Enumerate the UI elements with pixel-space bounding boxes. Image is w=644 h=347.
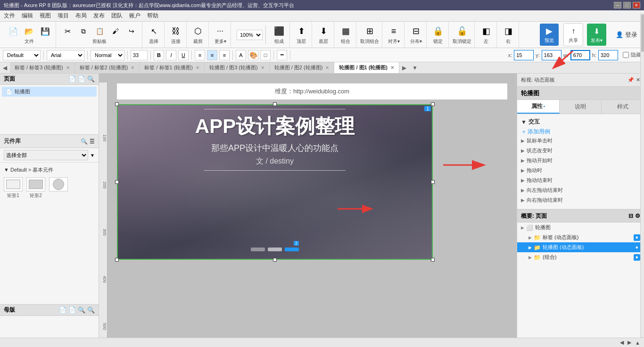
- italic-button[interactable]: I: [166, 50, 176, 60]
- wl-search-icon[interactable]: 🔍: [81, 138, 88, 145]
- tab-6-close[interactable]: ✕: [390, 65, 394, 70]
- search-master-button[interactable]: 🔍: [78, 306, 85, 314]
- add-master-button[interactable]: 📄: [59, 306, 66, 314]
- rp-tab-style[interactable]: 样式: [602, 100, 644, 114]
- tab-2[interactable]: 标签 / 标签2 (轮播图) ✕: [75, 62, 140, 74]
- style-preset-select[interactable]: Default: [3, 50, 41, 60]
- sel-handle-tr[interactable]: [431, 102, 435, 106]
- add-page-button[interactable]: 📄: [68, 75, 76, 83]
- layer-button[interactable]: ⬇: [316, 25, 331, 38]
- open-button[interactable]: 📂: [22, 25, 37, 38]
- tab-1-close[interactable]: ✕: [66, 65, 70, 70]
- menu-item-team[interactable]: 团队: [111, 12, 123, 20]
- overview-settings-button[interactable]: ⚙: [635, 213, 640, 219]
- publish-button[interactable]: ⬇ 发布▾: [587, 24, 606, 46]
- rp-tab-notes[interactable]: 说明: [560, 100, 602, 114]
- bold-button[interactable]: B: [154, 50, 164, 60]
- search-page-button[interactable]: 🔍: [87, 75, 95, 83]
- sel-handle-br[interactable]: [431, 258, 435, 262]
- status-back-button[interactable]: ◀: [620, 339, 624, 346]
- duplicate-master-button[interactable]: 📄: [68, 306, 76, 314]
- status-forward-button[interactable]: ▶: [627, 339, 631, 346]
- border-width-button[interactable]: ━: [277, 50, 287, 60]
- menu-item-edit[interactable]: 编辑: [22, 12, 33, 20]
- tab-4-close[interactable]: ✕: [261, 65, 264, 70]
- carousel-widget[interactable]: 1 APP设计案例整理 那些APP设计中温暖人心的功能点 文 / destiny: [117, 104, 433, 260]
- sel-handle-tm[interactable]: [273, 102, 277, 106]
- tab-3[interactable]: 标签 / 标签1 (轮播图) ✕: [140, 62, 205, 74]
- fill-color-button[interactable]: 🎨: [248, 50, 258, 60]
- menu-item-account[interactable]: 账户: [129, 12, 140, 20]
- align-right-button[interactable]: ≡: [219, 50, 230, 60]
- interaction-item-click[interactable]: ▶ 鼠标单击时: [521, 136, 640, 146]
- hide-checkbox[interactable]: [623, 52, 629, 58]
- lock-button[interactable]: 🔒: [430, 25, 446, 38]
- share-button[interactable]: ↑ 共享: [563, 23, 583, 46]
- interactions-collapse-arrow[interactable]: ▼: [521, 119, 527, 125]
- menu-item-view[interactable]: 视图: [40, 12, 51, 20]
- components-button[interactable]: ⬛: [272, 25, 287, 38]
- login-button[interactable]: 👤 登录: [612, 29, 641, 41]
- top-button[interactable]: ⬆: [294, 25, 309, 38]
- rp-pin-icon[interactable]: 📌: [627, 77, 634, 83]
- border-color-button[interactable]: □: [260, 50, 271, 60]
- format-painter-button[interactable]: 🖌: [108, 25, 123, 38]
- tab-6[interactable]: 轮播图 / 图1 (轮播图) ✕: [334, 62, 399, 74]
- master-settings-button[interactable]: 🔍: [87, 306, 95, 314]
- interaction-item-dragend[interactable]: ▶ 拖动结束时: [521, 175, 640, 185]
- overview-filter-button[interactable]: ⊟: [628, 213, 633, 219]
- interaction-item-dragstart[interactable]: ▶ 拖动开始时: [521, 156, 640, 165]
- duplicate-page-button[interactable]: 📄: [78, 75, 85, 83]
- redo-button[interactable]: ↪: [124, 25, 139, 38]
- right-align-button[interactable]: ◨: [501, 25, 516, 38]
- h-input[interactable]: [598, 50, 618, 60]
- tree-item-carousel-root[interactable]: ▶ ⬜ 轮播图: [517, 223, 644, 232]
- tree-item-group[interactable]: ▶ 📁 (组合) ■: [517, 252, 644, 262]
- underline-button[interactable]: U: [178, 50, 189, 60]
- paste-button[interactable]: 📋: [92, 25, 107, 38]
- tab-dropdown[interactable]: ▼: [409, 65, 421, 71]
- tree-item-carousel-panel[interactable]: ▶ 📁 轮播图 (动态面板) ■: [517, 242, 644, 252]
- tree-expand-1[interactable]: ▶: [521, 225, 524, 230]
- y-input[interactable]: [542, 50, 561, 60]
- maximize-button[interactable]: □: [623, 2, 631, 8]
- distribute-button[interactable]: ⊟: [408, 25, 423, 38]
- interaction-item-dragright[interactable]: ▶ 向右拖动结束时: [521, 195, 640, 205]
- unlock-button[interactable]: 🔓: [454, 25, 470, 38]
- tree-expand-2[interactable]: ▶: [528, 235, 532, 240]
- carousel-container[interactable]: 1 APP设计案例整理 那些APP设计中温暖人心的功能点 文 / destiny: [117, 104, 433, 260]
- more-button[interactable]: ⋯: [213, 25, 228, 38]
- category-arrow[interactable]: ▼: [4, 167, 9, 173]
- font-name-select[interactable]: Arial: [47, 50, 84, 60]
- crop-button[interactable]: ⬡: [190, 25, 206, 38]
- close-button[interactable]: ✕: [633, 2, 640, 8]
- tab-1[interactable]: 标签 / 标签3 (轮播图) ✕: [10, 62, 75, 74]
- widget-category-select[interactable]: 选择全部: [4, 150, 88, 160]
- wl-dropdown-arrow[interactable]: ▼: [90, 153, 95, 158]
- canvas-content[interactable]: 维度：http://weidublog.com 1: [107, 74, 517, 347]
- sel-handle-bm[interactable]: [273, 258, 277, 262]
- widget-rect1[interactable]: 矩形1: [4, 177, 23, 199]
- menu-item-project[interactable]: 项目: [58, 12, 69, 20]
- connect-button[interactable]: ⛓: [168, 25, 183, 38]
- select-button[interactable]: ↖: [146, 25, 161, 38]
- save-button[interactable]: 💾: [38, 25, 53, 38]
- sel-handle-mr[interactable]: [431, 180, 435, 184]
- tab-5-close[interactable]: ✕: [325, 65, 329, 70]
- indicator-2[interactable]: [268, 248, 282, 251]
- group-button[interactable]: ▦: [338, 25, 353, 38]
- tab-5[interactable]: 轮播图 / 图2 (轮播图) ✕: [270, 62, 335, 74]
- tree-item-tag[interactable]: ▶ 📁 标签 (动态面板) ■: [517, 232, 644, 242]
- font-style-select[interactable]: Normal: [91, 50, 124, 60]
- interaction-item-change[interactable]: ▶ 状态改变时: [521, 146, 640, 156]
- interaction-item-dragleft[interactable]: ▶ 向左拖动结束时: [521, 185, 640, 195]
- menu-item-publish[interactable]: 发布: [93, 12, 105, 20]
- minimize-button[interactable]: ─: [614, 2, 621, 8]
- tab-scroll-left[interactable]: ◀: [0, 65, 10, 71]
- font-size-input[interactable]: [131, 50, 148, 60]
- sel-handle-ml[interactable]: [115, 180, 119, 184]
- right-panel-scrollbar[interactable]: [640, 13, 644, 347]
- menu-item-layout[interactable]: 布局: [75, 12, 87, 20]
- indicator-1[interactable]: [251, 248, 265, 251]
- page-item-1[interactable]: 📄 轮播图: [2, 87, 97, 97]
